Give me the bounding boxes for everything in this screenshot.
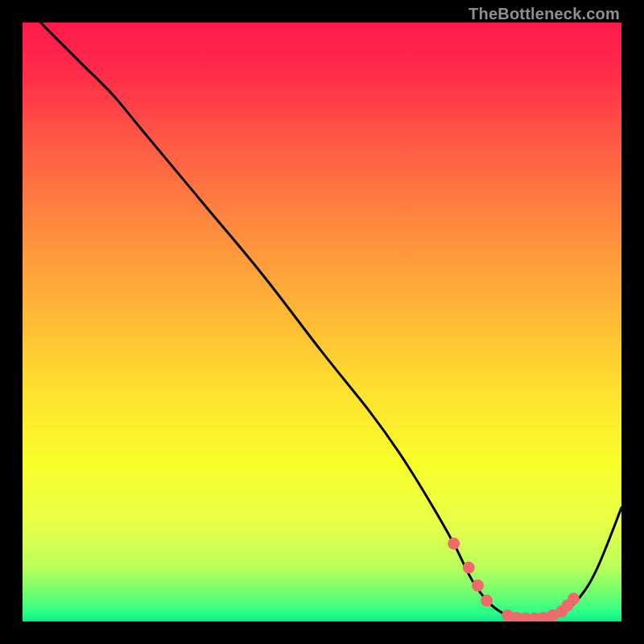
watermark-text: TheBottleneck.com <box>469 5 620 23</box>
marker-dot <box>568 592 580 605</box>
marker-dot <box>463 562 475 574</box>
marker-dot <box>472 580 484 592</box>
marker-dot <box>481 594 493 606</box>
chart-background-gradient <box>23 23 621 621</box>
marker-dot <box>448 538 460 550</box>
chart-container <box>23 23 621 621</box>
bottleneck-chart <box>23 23 621 621</box>
